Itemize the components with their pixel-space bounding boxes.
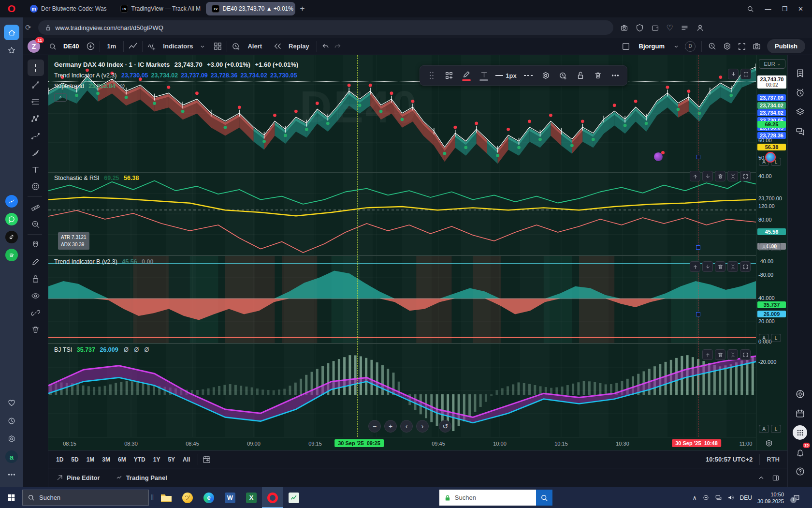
symbol-button[interactable]: DE40 [60,41,82,52]
tool-text-icon[interactable] [28,161,44,178]
profile-icon[interactable] [696,24,704,32]
indicator-a-legend[interactable]: Trend Indicator A (v2.3) 23,730.0523,734… [54,72,297,79]
explorer-icon[interactable] [156,487,177,508]
delete-drawing-icon[interactable] [590,68,606,83]
replay-handle[interactable] [696,155,700,159]
tool-ruler-icon[interactable] [28,199,44,215]
tab-search-icon[interactable] [747,5,754,13]
tool-magnet-icon[interactable] [28,237,44,253]
whatsapp-icon[interactable] [4,211,19,227]
pane-collapse-button[interactable] [727,171,738,181]
extensions-icon[interactable] [681,24,689,32]
range-all-button[interactable]: All [179,454,194,465]
range-1y-button[interactable]: 1Y [149,454,164,465]
legend-collapse-button[interactable]: ˄ [54,93,67,102]
tool-pencil-icon[interactable] [28,254,44,270]
range-1m-button[interactable]: 1M [83,454,99,465]
start-button[interactable] [0,493,22,502]
volume-icon[interactable] [727,494,735,501]
pane-collapse-button[interactable] [727,261,738,272]
range-5y-button[interactable]: 5Y [164,454,179,465]
pencil-tool-icon[interactable] [459,68,474,83]
settings-icon[interactable] [4,431,19,447]
watchlist-icon[interactable] [792,65,808,81]
template-add-icon[interactable] [441,68,457,83]
range-5d-button[interactable]: 5D [67,454,82,465]
line-style-icon[interactable] [521,68,536,83]
camera-icon[interactable] [752,42,761,51]
history-icon[interactable] [4,413,19,429]
favorites-heart-icon[interactable]: ♡ [667,23,673,32]
keyboard-lang[interactable]: DEU [740,494,752,501]
chart-plot[interactable]: DE40 Germany DAX 40 Index · 1 · IC Marke… [48,55,756,437]
pane-down-button[interactable] [702,171,713,181]
opera-menu-icon[interactable]: O [0,3,23,15]
tool-hlines-icon[interactable] [28,93,44,110]
go-to-date-icon[interactable] [202,455,211,464]
maximize-button[interactable]: ❒ [782,5,787,13]
panel-layout-icon[interactable] [772,474,780,482]
redo-icon[interactable] [334,42,342,50]
trading-panel-tab[interactable]: Trading Panel [108,474,175,481]
emoji-app-icon[interactable]: ツ [177,487,198,508]
line-width-control[interactable]: 1px [493,68,519,83]
indicators-chevron-icon[interactable] [200,44,205,49]
text-color-swatch[interactable] [479,79,488,81]
heart-icon[interactable] [4,395,19,411]
settings-gear-icon[interactable] [723,42,732,51]
log-scale-button[interactable]: L [771,334,781,342]
pane-up-button[interactable] [690,261,700,272]
help-icon[interactable] [792,463,808,479]
settings-gear-icon[interactable] [538,68,553,83]
pane-max-button[interactable] [740,349,751,360]
url-field[interactable]: www.tradingview.com/chart/d50glPWQ [38,20,613,35]
alert-button[interactable]: Alert [245,41,265,52]
reset-chart-button[interactable]: ↺ [439,420,451,433]
drag-handle-icon[interactable] [424,68,439,83]
range-6m-button[interactable]: 6M [114,454,130,465]
tool-trendline-icon[interactable] [28,76,44,93]
auto-scale-button[interactable]: A [759,425,769,433]
unlock-icon[interactable] [573,68,588,83]
panel-expand-icon[interactable] [757,474,765,482]
network-icon[interactable] [715,494,722,501]
sidebar-bookmarks-icon[interactable] [4,43,19,58]
screener-icon[interactable] [792,386,808,402]
compare-add-icon[interactable] [86,42,95,51]
range-1d-button[interactable]: 1D [52,454,67,465]
pane-trash-button[interactable] [715,349,725,360]
layers-icon[interactable] [792,104,808,120]
quick-search-icon[interactable] [708,42,717,51]
browser-tab[interactable]: mDer Blutwerte-Code: Was [24,2,113,15]
user-avatar[interactable]: Z11 [28,40,40,53]
tool-trash-icon[interactable] [28,321,44,338]
scroll-left-button[interactable]: ‹ [400,420,413,433]
wallet-icon[interactable] [651,24,659,32]
main-legend[interactable]: Germany DAX 40 Index · 1 · IC Markets 23… [54,61,298,68]
scroll-right-button[interactable]: › [416,420,429,433]
action-center-icon[interactable]: 1 [789,494,804,502]
session-type[interactable]: RTH [767,456,780,463]
more-options-icon[interactable] [608,68,623,83]
currency-selector[interactable]: EUR⌄ [759,59,785,69]
symbol-title[interactable]: Germany DAX 40 Index · 1 · IC Markets [54,61,170,68]
zoom-out-button[interactable]: − [368,420,381,433]
pane-down-button[interactable] [728,69,739,79]
calendar-icon[interactable] [792,405,808,421]
pine-editor-tab[interactable]: Pine Editor [48,474,108,481]
secondary-search[interactable]: Suchen [439,490,552,506]
text-tool-icon[interactable] [476,68,492,83]
tool-pattern-icon[interactable] [28,110,44,127]
taskbar-search-input[interactable]: Suchen [22,490,149,506]
messenger-icon[interactable] [4,194,19,209]
replay-handle[interactable] [696,245,700,250]
tray-expand-icon[interactable]: ∧ [693,494,697,501]
replay-button[interactable]: Replay [286,41,312,52]
undo-icon[interactable] [321,42,330,50]
pane-up-button[interactable] [702,349,713,360]
pane-max-button[interactable] [740,261,751,272]
pane-max-button[interactable] [740,171,751,181]
indicator-templates-icon[interactable] [213,42,222,51]
secondary-search-button[interactable] [536,490,552,506]
supertrend-legend[interactable]: Supertrend 23,723.84 Ø [54,83,125,90]
